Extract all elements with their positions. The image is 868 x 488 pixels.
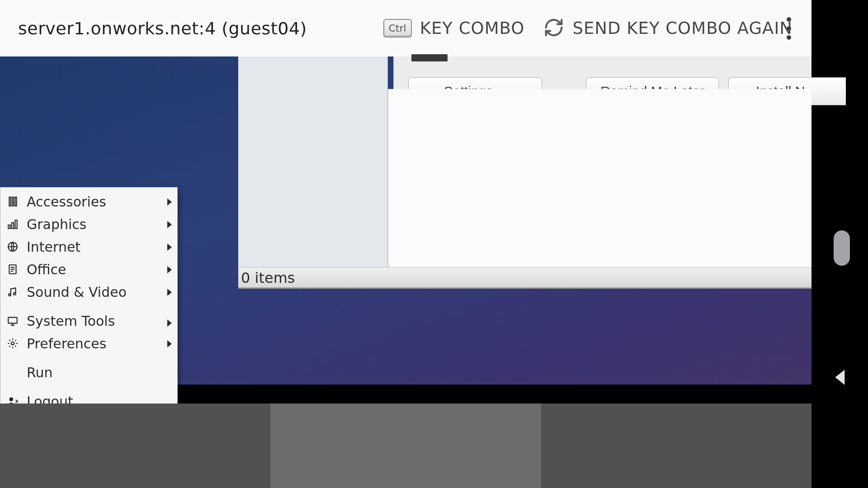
send-again-label: SEND KEY COMBO AGAIN [572, 19, 793, 38]
system-tools-icon [7, 315, 19, 327]
key-combo-label: KEY COMBO [420, 19, 525, 38]
svg-point-12 [14, 293, 16, 295]
chevron-right-icon [167, 340, 172, 347]
menu-item-label: Sound & Video [27, 284, 127, 300]
menu-item-label: Internet [27, 239, 80, 255]
scroll-thumb[interactable] [834, 230, 850, 266]
chevron-right-icon [167, 289, 172, 296]
ctrl-key-icon: Ctrl [383, 19, 412, 38]
preferences-icon [7, 338, 19, 349]
graphics-icon [7, 218, 19, 230]
menu-item-office[interactable]: Office [0, 258, 177, 281]
menu-item-sound-video[interactable]: Sound & Video [0, 281, 177, 303]
key-combo-button[interactable]: Ctrl KEY COMBO [383, 19, 525, 38]
file-manager-statusbar: 0 items [238, 267, 811, 289]
device-right-bar [811, 0, 868, 386]
menu-item-label: Graphics [27, 216, 86, 232]
android-back-button[interactable] [830, 366, 852, 390]
dialog-icon-fragment [411, 54, 448, 61]
menu-item-accessories[interactable]: Accessories [0, 190, 177, 213]
chevron-right-icon [167, 198, 172, 206]
chevron-right-icon [167, 244, 172, 251]
svg-rect-2 [15, 197, 16, 206]
accessories-icon [7, 196, 19, 207]
menu-item-system-tools[interactable]: System Tools [0, 310, 177, 332]
file-manager-sidebar[interactable] [238, 56, 388, 267]
menu-item-label: System Tools [27, 313, 115, 329]
office-icon [7, 263, 19, 275]
menu-item-run[interactable]: Run [0, 361, 177, 384]
svg-point-17 [9, 397, 13, 401]
sound-video-icon [7, 286, 19, 298]
svg-rect-5 [15, 220, 17, 228]
menu-item-graphics[interactable]: Graphics [0, 213, 177, 235]
svg-rect-4 [12, 223, 14, 229]
svg-point-11 [9, 294, 11, 296]
svg-rect-0 [9, 197, 10, 206]
internet-icon [7, 241, 19, 253]
chevron-right-icon [167, 319, 172, 327]
menu-item-internet[interactable]: Internet [0, 235, 177, 258]
send-key-combo-again-button[interactable]: SEND KEY COMBO AGAIN [543, 17, 793, 40]
blank-icon [7, 366, 19, 378]
status-item-count: 0 items [241, 269, 295, 286]
overflow-menu-button[interactable] [787, 0, 791, 56]
browser-topbar: server1.onworks.net:4 (guest04) Ctrl KEY… [0, 0, 811, 56]
start-menu: Accessories Graphics Internet Office [0, 187, 178, 416]
chevron-right-icon [167, 266, 172, 273]
chevron-right-icon [167, 221, 172, 228]
remote-desktop: Settings… Remind Me Later Install N 0 it… [0, 56, 811, 385]
refresh-icon [543, 17, 564, 40]
menu-item-label: Run [27, 365, 53, 380]
menu-item-preferences[interactable]: Preferences [0, 332, 177, 355]
svg-point-16 [11, 342, 14, 345]
svg-rect-13 [8, 317, 17, 323]
menu-item-label: Preferences [27, 336, 106, 352]
connection-title: server1.onworks.net:4 (guest04) [18, 19, 307, 38]
menu-item-label: Accessories [27, 194, 106, 210]
file-manager-content[interactable] [388, 89, 811, 268]
android-nav-background [0, 404, 811, 488]
svg-rect-3 [8, 225, 10, 229]
svg-rect-1 [12, 197, 14, 206]
menu-item-label: Office [27, 262, 66, 277]
